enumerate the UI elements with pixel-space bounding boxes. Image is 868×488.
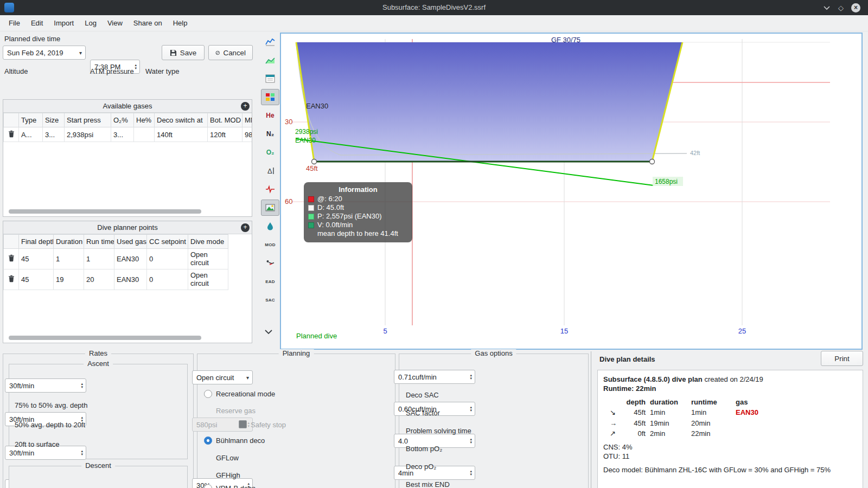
gas-options-panel: Gas options Bottom SAC 0.71cuft/min Deco…: [399, 354, 589, 488]
gases-table: Type Size Start press O₂% He% Deco switc…: [3, 113, 252, 142]
dive-profile-chart[interactable]: GF 30/75 30 60 5 15 25 EAN30 2938psi EAN…: [280, 33, 863, 350]
profile-handle[interactable]: [650, 159, 655, 164]
time-tick-5: 5: [383, 327, 387, 335]
plan-created-rest: created on 2/24/19: [703, 375, 763, 383]
info-line: mean depth to here 41.4ft: [317, 229, 398, 238]
plan-otu: OTU: 11: [603, 452, 857, 461]
bottom-sac-input[interactable]: 0.71cuft/min: [394, 370, 475, 384]
n2-icon[interactable]: N₂: [261, 126, 279, 142]
pn2-graph-icon[interactable]: [261, 52, 279, 68]
profile-toolbar: He N₂ O₂ Δ MOD EAD SAC: [259, 34, 281, 310]
ascent-title: Ascent: [84, 359, 113, 368]
add-gas-icon[interactable]: +: [241, 102, 250, 111]
ascent-rate-label: 50% avg. depth to 20ft: [15, 421, 85, 429]
setpoint-icon[interactable]: Δ: [261, 163, 279, 179]
window-title: Subsurface: SampleDivesV2.ssrf: [0, 3, 868, 11]
buhlmann-deco-radio[interactable]: [204, 436, 212, 445]
diver-icon[interactable]: [261, 255, 279, 271]
info-line: @: 6:20: [317, 195, 342, 203]
plan-segments-table: depth duration runtime gas ↘ 45ft 1min 1…: [610, 397, 857, 438]
segment-arrow-icon: ↘: [610, 408, 622, 417]
plan-col-runtime: runtime: [691, 397, 736, 407]
atm-pressure-label: ATM pressure: [90, 67, 134, 75]
profile-info-box[interactable]: Information @: 6:20 D: 45.0ft P: 2,557ps…: [304, 182, 412, 242]
o2-icon[interactable]: O₂: [261, 144, 279, 160]
bottom-po2-label: Bottom pO₂: [406, 445, 442, 453]
info-chip: [308, 196, 314, 202]
deco-po2-label: Deco pO₂: [406, 463, 436, 471]
ead-icon[interactable]: EAD: [261, 273, 279, 290]
time-tick-25: 25: [738, 327, 746, 335]
planner-point-row[interactable]: 45 19 20 EAN30 0 Open circuit: [4, 269, 228, 290]
heartrate-icon[interactable]: [261, 181, 279, 197]
sac-icon[interactable]: SAC: [261, 292, 279, 308]
descent-title: Descent: [81, 461, 115, 470]
ascent-rate-label: 20ft to surface: [15, 440, 59, 448]
info-line: V: 0.0ft/min: [317, 221, 353, 229]
photos-icon[interactable]: [261, 200, 279, 216]
start-pressure-label: 2938psi: [295, 128, 318, 136]
plan-deco-model: Deco model: Bühlmann ZHL-16C with GFLow …: [603, 465, 857, 474]
start-pressure-gas-label: EAN30: [295, 137, 316, 144]
rates-panel: Rates Ascent below 75% avg. depth 30ft/m…: [3, 354, 194, 488]
planner-point-row[interactable]: 45 1 1 EAN30 0 Open circuit: [4, 249, 228, 269]
menu-item-log[interactable]: Log: [79, 17, 102, 29]
plan-cns: CNS: 4%: [603, 442, 857, 452]
info-line: D: 45.0ft: [317, 203, 344, 212]
plan-col-depth: depth: [622, 397, 650, 407]
gases-hscrollbar[interactable]: [9, 209, 201, 214]
mod-icon[interactable]: MOD: [261, 236, 279, 253]
cancel-icon: [215, 49, 220, 56]
menu-item-share-on[interactable]: Share on: [128, 17, 168, 29]
menu-item-view[interactable]: View: [102, 17, 128, 29]
dc-ceiling-icon[interactable]: [261, 89, 279, 105]
info-chip: [308, 222, 314, 228]
dive-plan-details-title: Dive plan details: [599, 355, 655, 363]
profile-handle[interactable]: [312, 159, 317, 164]
info-chip: [308, 205, 314, 211]
gas-row[interactable]: A... 3... 2,938psi 3... 140ft 120ft 98ft: [4, 127, 252, 142]
info-chip: [308, 214, 314, 220]
delete-gas-icon[interactable]: [8, 130, 15, 138]
dive-mode-select[interactable]: Open circuit: [192, 370, 253, 384]
minimize-icon[interactable]: [823, 5, 831, 10]
gf-label: GF 30/75: [551, 36, 580, 44]
svg-text:Δ: Δ: [267, 167, 272, 175]
tissues-icon[interactable]: [261, 218, 279, 234]
dive-date-select[interactable]: Sun Feb 24, 2019: [3, 46, 86, 60]
safety-stop-label: Safety stop: [251, 421, 286, 429]
save-button[interactable]: Save: [162, 45, 205, 60]
planned-dive-label: Planned dive: [296, 332, 337, 340]
delete-point-icon[interactable]: [8, 254, 15, 262]
menu-item-import[interactable]: Import: [48, 17, 79, 29]
delete-point-icon[interactable]: [8, 275, 15, 282]
close-icon[interactable]: ×: [851, 3, 860, 12]
maximize-icon[interactable]: ◇: [838, 4, 844, 12]
dive-plan-details-panel: Dive plan details Print Subsurface (4.8.…: [595, 350, 865, 488]
info-line: P: 2,557psi (EAN30): [317, 212, 382, 221]
end-pressure-label: 1658psi: [655, 178, 678, 185]
recreational-mode-radio[interactable]: [204, 390, 212, 398]
menu-item-help[interactable]: Help: [168, 17, 193, 29]
ceiling-icon[interactable]: [261, 70, 279, 87]
safety-stop-checkbox: [239, 420, 247, 428]
segment-arrow-icon: →: [610, 419, 622, 428]
recreational-mode-label: Recreational mode: [216, 390, 275, 398]
print-button[interactable]: Print: [821, 351, 863, 366]
dive-plan-text: Subsurface (4.8.5.0) dive plan created o…: [597, 370, 863, 488]
ascent-rate-input-1[interactable]: 30ft/min: [5, 378, 86, 393]
planning-title: Planning: [279, 349, 314, 357]
gflow-label: GFLow: [216, 454, 239, 462]
menu-item-edit[interactable]: Edit: [25, 17, 48, 29]
add-planner-point-icon[interactable]: +: [241, 223, 250, 232]
altitude-label: Altitude: [4, 67, 28, 75]
profile-graph-icon[interactable]: [261, 34, 279, 50]
deco-sac-label: Deco SAC: [406, 391, 439, 399]
toolbar-collapse-icon[interactable]: [264, 329, 273, 337]
planner-hscrollbar[interactable]: [9, 336, 201, 340]
panel-splitter[interactable]: [591, 351, 591, 488]
descent-group: Descent: [9, 466, 188, 488]
cancel-button[interactable]: Cancel: [208, 45, 253, 60]
he-icon[interactable]: He: [261, 107, 279, 124]
menu-item-file[interactable]: File: [3, 17, 25, 29]
